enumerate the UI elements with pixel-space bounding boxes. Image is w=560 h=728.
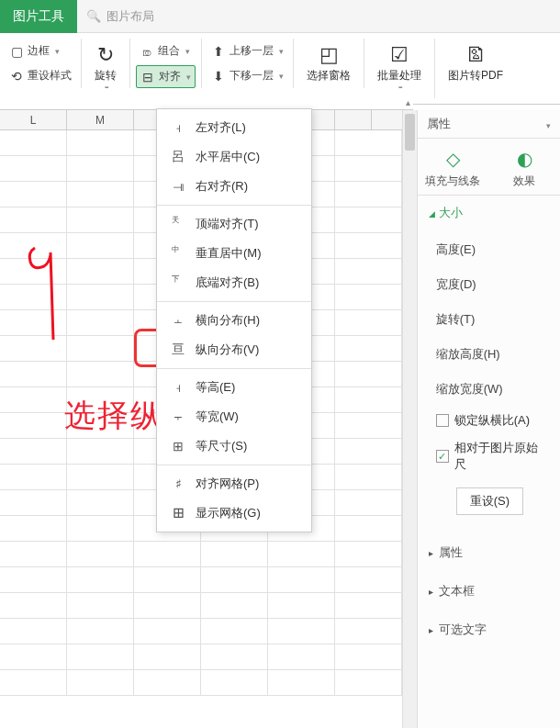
align-bottom[interactable]: ㆘底端对齐(B) <box>157 268 311 297</box>
col-M[interactable]: M <box>67 110 134 129</box>
reset-button[interactable]: 重设(S) <box>456 487 523 515</box>
align-bottom-icon: ㆘ <box>170 274 186 291</box>
formula-bar[interactable] <box>0 88 413 110</box>
scroll-thumb[interactable] <box>405 114 415 151</box>
properties-panel: 属性 ◇ 填充与线条 ◐ 效果 大小 高度(E) 宽度(D) 旋转(T) 缩放高… <box>417 110 560 728</box>
scale-h-row[interactable]: 缩放高度(H) <box>429 337 549 372</box>
checkbox-unchecked <box>436 414 449 427</box>
relative-label: 相对于图片原始尺 <box>454 440 549 473</box>
pic-to-pdf-label: 图片转PDF <box>448 68 503 84</box>
fill-icon: ◇ <box>418 148 489 170</box>
combine-button[interactable]: ⎄ 组合 <box>136 40 196 62</box>
combine-icon: ⎄ <box>140 44 154 59</box>
tab-fill[interactable]: ◇ 填充与线条 <box>418 148 489 189</box>
align-icon: ⊟ <box>140 70 155 84</box>
align-right[interactable]: ⫣右对齐(R) <box>157 172 311 201</box>
tab-effect-label: 效果 <box>513 174 535 187</box>
equal-width[interactable]: ⫟等宽(W) <box>157 402 311 431</box>
rotation-row[interactable]: 旋转(T) <box>429 302 549 337</box>
pic-to-pdf-icon: 🖻 <box>465 44 487 66</box>
image-tools-tab[interactable]: 图片工具 <box>0 0 77 33</box>
align-left[interactable]: ⫞左对齐(L) <box>157 113 311 142</box>
equal-height[interactable]: ⫞等高(E) <box>157 373 311 402</box>
panel-title: 属性 <box>427 116 451 132</box>
reset-style-button[interactable]: ⟲ 重设样式 <box>6 65 75 86</box>
distribute-h[interactable]: ⫠横向分布(H) <box>157 306 311 335</box>
reset-icon: ⟲ <box>9 69 24 84</box>
textbox-section[interactable]: 文本框 <box>418 572 560 610</box>
send-backward-icon: ⬇ <box>211 69 226 84</box>
col-end <box>335 110 372 129</box>
align-top-icon: ㆝ <box>170 216 186 232</box>
width-row[interactable]: 宽度(D) <box>429 267 549 302</box>
search-icon <box>86 9 101 23</box>
vertical-scrollbar[interactable] <box>402 110 417 728</box>
distribute-h-icon: ⫠ <box>170 313 186 328</box>
align-label: 对齐 <box>159 69 181 84</box>
align-button[interactable]: ⊟ 对齐 <box>136 65 196 88</box>
equal-size[interactable]: ⊞等尺寸(S) <box>157 431 311 461</box>
bring-forward-button[interactable]: ⬆ 上移一层 <box>207 40 287 62</box>
props-section[interactable]: 属性 <box>418 533 560 572</box>
pic-to-pdf-button[interactable]: 🖻 图片转PDF <box>441 40 510 87</box>
distribute-v-icon: 亘 <box>170 342 186 358</box>
equal-height-icon: ⫞ <box>170 380 186 395</box>
select-pane-button[interactable]: ◰ 选择窗格 <box>299 40 358 87</box>
align-left-icon: ⫞ <box>170 120 186 135</box>
batch-label: 批量处理 <box>377 68 421 84</box>
align-hcenter[interactable]: 呂水平居中(C) <box>157 142 311 172</box>
alt-section[interactable]: 可选文字 <box>418 610 560 649</box>
equal-width-icon: ⫟ <box>170 409 186 424</box>
combine-label: 组合 <box>158 43 180 59</box>
select-pane-icon: ◰ <box>318 44 340 66</box>
tab-effect[interactable]: ◐ 效果 <box>488 148 560 189</box>
scale-w-row[interactable]: 缩放宽度(W) <box>429 372 549 407</box>
bring-forward-label: 上移一层 <box>230 43 274 59</box>
border-button[interactable]: ▢ 边框 <box>6 40 75 62</box>
align-top[interactable]: ㆝顶端对齐(T) <box>157 209 311 239</box>
search-area[interactable]: 图片布局 <box>77 8 163 25</box>
bring-forward-icon: ⬆ <box>211 44 226 59</box>
align-dropdown-menu: ⫞左对齐(L) 呂水平居中(C) ⫣右对齐(R) ㆝顶端对齐(T) ㆗垂直居中(… <box>156 108 312 532</box>
snap-grid-icon: ♯ <box>170 476 186 491</box>
reset-style-label: 重设样式 <box>28 68 72 84</box>
search-placeholder: 图片布局 <box>106 8 154 25</box>
panel-dropdown[interactable] <box>544 118 551 131</box>
lock-ratio-check[interactable]: 锁定纵横比(A) <box>429 407 549 434</box>
show-grid[interactable]: 𐌎显示网格(G) <box>157 498 311 528</box>
show-grid-icon: 𐌎 <box>170 506 186 521</box>
height-row[interactable]: 高度(E) <box>429 232 549 267</box>
border-icon: ▢ <box>9 44 24 59</box>
effect-icon: ◐ <box>488 148 560 170</box>
size-section[interactable]: 大小 <box>429 205 549 221</box>
rotate-label: 旋转 <box>95 68 117 84</box>
relative-check[interactable]: 相对于图片原始尺 <box>429 434 549 478</box>
tab-fill-label: 填充与线条 <box>425 174 480 187</box>
col-L[interactable]: L <box>0 110 67 129</box>
align-vcenter-icon: ㆗ <box>170 245 186 262</box>
batch-icon: ☑ <box>388 44 410 66</box>
select-pane-label: 选择窗格 <box>307 68 351 84</box>
align-vcenter[interactable]: ㆗垂直居中(M) <box>157 239 311 268</box>
equal-size-icon: ⊞ <box>170 439 186 454</box>
send-backward-button[interactable]: ⬇ 下移一层 <box>207 65 287 86</box>
lock-ratio-label: 锁定纵横比(A) <box>454 412 530 429</box>
snap-grid[interactable]: ♯对齐网格(P) <box>157 469 311 498</box>
align-right-icon: ⫣ <box>170 179 186 194</box>
distribute-v[interactable]: 亘纵向分布(V) <box>157 335 311 364</box>
rotate-icon: ↻ <box>95 44 117 66</box>
align-hcenter-icon: 呂 <box>170 149 186 165</box>
checkbox-checked <box>436 450 449 463</box>
border-label: 边框 <box>28 43 50 59</box>
send-backward-label: 下移一层 <box>230 68 274 84</box>
